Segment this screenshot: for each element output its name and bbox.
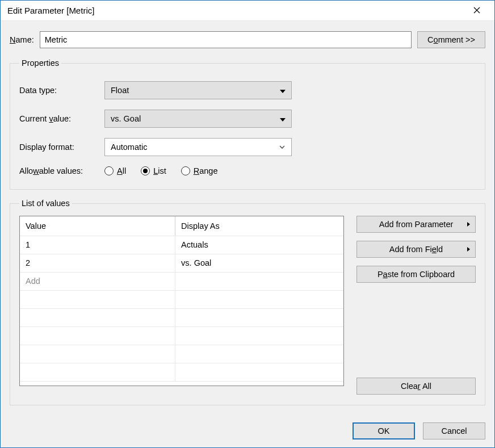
display-format-value: Automatic [111,143,147,152]
allowable-label: Allowable values: [19,166,104,175]
data-type-row: Data type: Float [19,81,476,99]
add-from-parameter-button[interactable]: Add from Parameter [356,216,476,233]
values-grid[interactable]: Value Display As 1 Actuals 2 vs. G [19,216,344,386]
current-value-label: Current value: [19,114,104,123]
cell-value[interactable]: 1 [20,236,175,254]
radio-icon [181,166,190,175]
table-row[interactable]: 2 vs. Goal [20,254,343,272]
col-display-as[interactable]: Display As [175,216,343,236]
radio-icon [104,166,114,175]
chevron-down-icon [280,86,286,95]
data-type-label: Data type: [19,86,104,95]
list-side-buttons: Add from Parameter Add from Field Paste … [356,216,476,395]
spacer [356,291,476,370]
properties-legend: Properties [19,58,61,68]
radio-all[interactable]: All [104,166,126,175]
close-button[interactable] [465,3,489,19]
cancel-button[interactable]: Cancel [423,422,485,439]
cell-display-as[interactable]: vs. Goal [175,254,343,272]
current-value-row: Current value: vs. Goal [19,110,476,128]
list-of-values-group: List of values Value Display As [10,199,485,405]
ok-button[interactable]: OK [353,422,415,439]
radio-icon-selected [141,166,150,175]
add-placeholder[interactable]: Add [20,272,175,290]
display-format-select[interactable]: Automatic [104,138,292,156]
table-header-row: Value Display As [20,216,343,236]
dialog-body: Name: Comment >> Properties Data type: F… [1,21,494,447]
clear-all-button[interactable]: Clear All [356,378,476,395]
chevron-down-icon [280,114,286,123]
data-type-select[interactable]: Float [104,81,292,99]
col-value[interactable]: Value [20,216,175,236]
table-row-empty [20,363,343,381]
dialog-footer: OK Cancel [10,414,485,439]
name-input[interactable] [40,31,412,48]
properties-group: Properties Data type: Float Current valu… [10,58,485,190]
chevron-down-icon [279,144,286,150]
radio-all-label: All [117,166,126,175]
data-type-value: Float [111,86,129,95]
cell-value[interactable]: 2 [20,254,175,272]
table-row-empty [20,326,343,345]
table-row[interactable]: 1 Actuals [20,236,343,254]
radio-range-label: Range [194,166,218,175]
name-label: Name: [10,35,34,44]
submenu-arrow-icon [467,220,471,229]
add-from-field-button[interactable]: Add from Field [356,241,476,258]
display-format-label: Display format: [19,143,104,152]
values-table: Value Display As 1 Actuals 2 vs. G [20,216,343,382]
table-row-add[interactable]: Add [20,272,343,290]
titlebar: Edit Parameter [Metric] [1,1,494,21]
dialog-window: Edit Parameter [Metric] Name: Comment >>… [0,0,495,448]
table-row-empty [20,345,343,363]
table-row-empty [20,308,343,326]
radio-range[interactable]: Range [181,166,218,175]
allowable-radios: All List Range [104,166,217,175]
current-value-value: vs. Goal [111,114,141,123]
radio-list-label: List [153,166,166,175]
cell-display-as[interactable]: Actuals [175,236,343,254]
close-icon [473,6,480,15]
paste-from-clipboard-button[interactable]: Paste from Clipboard [356,266,476,283]
list-content: Value Display As 1 Actuals 2 vs. G [19,216,476,395]
comment-button[interactable]: Comment >> [417,31,485,48]
cell-empty[interactable] [175,272,343,290]
table-row-empty [20,290,343,308]
current-value-select[interactable]: vs. Goal [104,110,292,128]
display-format-row: Display format: Automatic [19,138,476,156]
window-title: Edit Parameter [Metric] [7,6,465,15]
submenu-arrow-icon [467,245,471,254]
name-row: Name: Comment >> [10,31,485,48]
list-legend: List of values [19,199,72,208]
radio-list[interactable]: List [141,166,166,175]
allowable-row: Allowable values: All List Range [19,166,476,175]
